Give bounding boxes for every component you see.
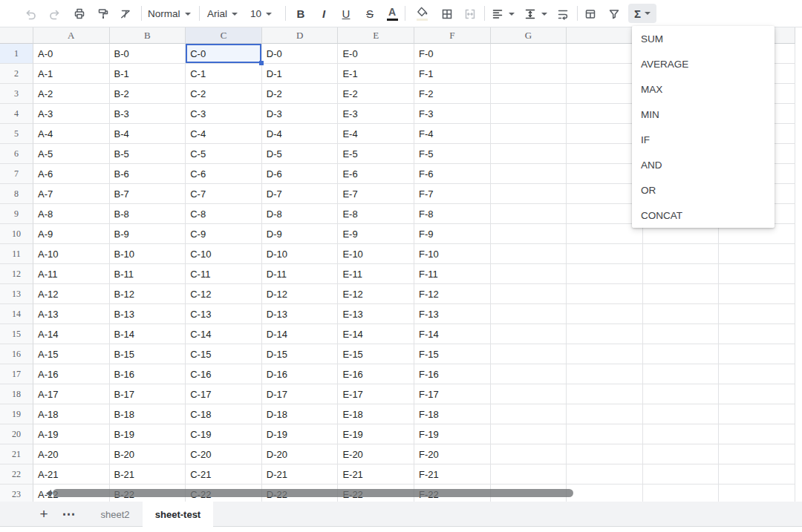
cell-I12[interactable]: [643, 264, 720, 284]
cell-B7[interactable]: B-6: [110, 164, 186, 184]
cell-C1[interactable]: C-0: [186, 44, 262, 64]
cell-C6[interactable]: C-5: [186, 144, 262, 164]
cell-J19[interactable]: [719, 404, 795, 424]
cell-J21[interactable]: [719, 444, 795, 464]
column-header-F[interactable]: F: [414, 27, 491, 44]
cell-A4[interactable]: A-3: [33, 104, 110, 124]
cell-E3[interactable]: E-2: [338, 84, 414, 104]
cell-A18[interactable]: A-17: [33, 384, 110, 404]
row-header-14[interactable]: 14: [0, 304, 33, 324]
cell-B15[interactable]: B-14: [110, 324, 186, 344]
cell-F22[interactable]: F-21: [414, 464, 491, 485]
table-icon[interactable]: [581, 4, 599, 23]
cell-J15[interactable]: [719, 324, 795, 344]
cell-B21[interactable]: B-20: [110, 444, 186, 464]
column-header-A[interactable]: A: [33, 27, 110, 44]
cell-J23[interactable]: [719, 485, 795, 502]
cell-E11[interactable]: E-10: [338, 244, 414, 264]
cell-E16[interactable]: E-15: [338, 344, 414, 364]
cell-F4[interactable]: F-3: [414, 104, 491, 124]
cell-F20[interactable]: F-19: [414, 424, 491, 444]
cell-D5[interactable]: D-4: [262, 124, 339, 144]
row-header-5[interactable]: 5: [0, 124, 33, 144]
bold-button[interactable]: B: [292, 4, 310, 23]
cell-G9[interactable]: [491, 204, 567, 224]
cell-G6[interactable]: [491, 144, 567, 164]
cell-C14[interactable]: C-13: [186, 304, 262, 324]
cell-A2[interactable]: A-1: [33, 64, 110, 84]
text-wrap-icon[interactable]: [554, 4, 572, 23]
cell-A19[interactable]: A-18: [33, 404, 110, 424]
cell-F18[interactable]: F-17: [414, 384, 491, 404]
row-header-15[interactable]: 15: [0, 324, 33, 344]
cell-I22[interactable]: [643, 464, 720, 485]
cell-H17[interactable]: [567, 364, 643, 384]
cell-H19[interactable]: [567, 404, 643, 424]
cell-C12[interactable]: C-11: [186, 264, 262, 284]
cell-G17[interactable]: [491, 364, 567, 384]
cell-A12[interactable]: A-11: [33, 264, 110, 284]
row-header-12[interactable]: 12: [0, 264, 33, 284]
cell-B10[interactable]: B-9: [110, 224, 186, 244]
cell-I11[interactable]: [643, 244, 720, 264]
cell-E13[interactable]: E-12: [338, 284, 414, 304]
cell-D22[interactable]: D-21: [262, 464, 339, 485]
row-header-21[interactable]: 21: [0, 444, 33, 464]
cell-G12[interactable]: [491, 264, 567, 284]
cell-A11[interactable]: A-10: [33, 244, 110, 264]
row-header-19[interactable]: 19: [0, 404, 33, 424]
row-header-10[interactable]: 10: [0, 224, 33, 244]
formula-menu-item-average[interactable]: AVERAGE: [632, 51, 775, 76]
cell-D13[interactable]: D-12: [262, 284, 339, 304]
cell-H21[interactable]: [567, 444, 643, 464]
cell-A15[interactable]: A-14: [33, 324, 110, 344]
font-family-dropdown[interactable]: Arial: [206, 4, 239, 23]
cell-I19[interactable]: [643, 404, 720, 424]
cell-C15[interactable]: C-14: [186, 324, 262, 344]
cell-B4[interactable]: B-3: [110, 104, 186, 124]
cell-E9[interactable]: E-8: [338, 204, 414, 224]
cell-E1[interactable]: E-0: [338, 44, 414, 64]
cell-H15[interactable]: [567, 324, 643, 344]
cell-B9[interactable]: B-8: [110, 204, 186, 224]
cell-A9[interactable]: A-8: [33, 204, 110, 224]
horizontal-align-icon[interactable]: [489, 4, 516, 23]
row-header-22[interactable]: 22: [0, 464, 33, 485]
cell-H20[interactable]: [567, 424, 643, 444]
cell-E22[interactable]: E-21: [338, 464, 414, 485]
cell-D6[interactable]: D-5: [262, 144, 339, 164]
cell-E2[interactable]: E-1: [338, 64, 414, 84]
fill-color-icon[interactable]: [413, 4, 431, 23]
cell-C18[interactable]: C-17: [186, 384, 262, 404]
strikethrough-button[interactable]: S: [361, 4, 379, 23]
formula-menu-item-max[interactable]: MAX: [632, 76, 775, 102]
formula-menu-item-and[interactable]: AND: [632, 152, 775, 177]
cell-B6[interactable]: B-5: [110, 144, 186, 164]
cell-C7[interactable]: C-6: [186, 164, 262, 184]
cell-F16[interactable]: F-15: [414, 344, 491, 364]
cell-A7[interactable]: A-6: [33, 164, 110, 184]
row-header-2[interactable]: 2: [0, 64, 33, 84]
formula-menu-item-min[interactable]: MIN: [632, 102, 775, 127]
cell-I23[interactable]: [643, 485, 720, 502]
cell-J11[interactable]: [719, 244, 795, 264]
cell-D3[interactable]: D-2: [262, 84, 339, 104]
cell-F13[interactable]: F-12: [414, 284, 491, 304]
cell-B1[interactable]: B-0: [110, 44, 186, 64]
tab-sheet-test[interactable]: sheet-test: [143, 502, 213, 527]
cell-E17[interactable]: E-16: [338, 364, 414, 384]
merge-cells-icon[interactable]: [461, 4, 479, 23]
cell-F11[interactable]: F-10: [414, 244, 491, 264]
cell-B14[interactable]: B-13: [110, 304, 186, 324]
cell-D19[interactable]: D-18: [262, 404, 339, 424]
row-header-7[interactable]: 7: [0, 164, 33, 184]
cell-J14[interactable]: [719, 304, 795, 324]
cell-G11[interactable]: [491, 244, 567, 264]
cell-C22[interactable]: C-21: [186, 464, 262, 485]
cell-F1[interactable]: F-0: [414, 44, 491, 64]
cell-I13[interactable]: [643, 284, 720, 304]
cell-F5[interactable]: F-4: [414, 124, 491, 144]
cell-E7[interactable]: E-6: [338, 164, 414, 184]
row-header-16[interactable]: 16: [0, 344, 33, 364]
cell-G10[interactable]: [491, 224, 567, 244]
